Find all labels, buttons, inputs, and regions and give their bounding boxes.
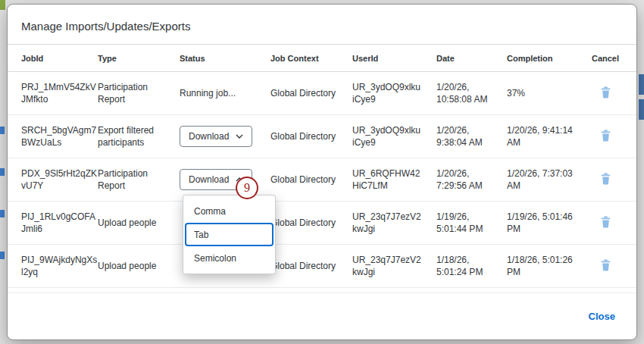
table-row: SRCH_5bgVAgm7 BWzUaLs Export filtered pa…	[8, 115, 636, 158]
background-page-fragment	[0, 127, 5, 134]
job-context-cell: Global Directory	[270, 260, 352, 272]
column-header-completion: Completion	[507, 54, 588, 63]
column-header-cancel: Cancel	[588, 54, 623, 63]
completion-cell: 1/19/26, 5:01:46 PM	[507, 211, 588, 235]
userid-cell: UR_3ydOQ9xlku iCye9	[352, 81, 436, 105]
dialog-title: Manage Imports/Updates/Exports	[21, 20, 623, 33]
userid-cell: UR_23q7J7ezV2 kwJgi	[352, 211, 436, 235]
userid-cell: UR_23q7J7ezV2 kwJgi	[352, 254, 436, 278]
cancel-job-button[interactable]	[599, 85, 613, 100]
menu-item-comma[interactable]: Comma	[185, 199, 274, 223]
download-format-menu: Comma Tab Semicolon	[183, 195, 276, 274]
type-cell: Participation Report	[98, 81, 180, 105]
jobid-cell: PIJ_1RLv0gCOFA Jmli6	[21, 211, 98, 235]
close-button[interactable]: Close	[581, 306, 623, 327]
menu-item-semicolon[interactable]: Semicolon	[185, 246, 274, 270]
background-page-fragment	[0, 252, 5, 259]
trash-icon	[600, 130, 611, 142]
background-page-fragment	[0, 0, 5, 10]
job-context-cell: Global Directory	[270, 174, 352, 186]
table-row: PRJ_1MmV54ZkV JMfkto Participation Repor…	[8, 72, 636, 115]
column-header-userid: UserId	[352, 54, 436, 63]
table-header-row: JobId Type Status Job Context UserId Dat…	[8, 45, 636, 72]
column-header-type: Type	[98, 54, 180, 63]
completion-cell: 37%	[507, 87, 588, 99]
userid-cell: UR_6RQFHW42 HiC7LfM	[352, 167, 436, 192]
job-context-cell: Global Directory	[270, 217, 352, 229]
jobid-cell: PRJ_1MmV54ZkV JMfkto	[21, 81, 98, 105]
table-row: PDX_9Sl5rHt2qZK vU7Y Participation Repor…	[8, 158, 636, 202]
column-header-jobid: JobId	[21, 54, 98, 63]
trash-icon	[600, 259, 611, 271]
jobid-cell: PIJ_9WAjkdyNgXs l2yq	[21, 254, 98, 278]
dialog-header: Manage Imports/Updates/Exports	[8, 5, 636, 45]
download-button-label: Download	[189, 174, 229, 185]
cancel-job-button[interactable]	[599, 214, 613, 230]
completion-cell: 1/20/26, 7:37:03 AM	[507, 167, 588, 192]
type-cell: Export filtered participants	[98, 124, 180, 149]
date-cell: 1/20/26, 9:38:04 AM	[436, 124, 507, 149]
background-page-fragment	[639, 99, 644, 120]
trash-icon	[600, 173, 611, 185]
type-cell: Participation Report	[98, 167, 180, 192]
download-button[interactable]: Download	[180, 126, 252, 147]
date-cell: 1/20/26, 7:29:56 AM	[436, 167, 507, 192]
status-cell: Download	[180, 126, 270, 147]
download-button-label: Download	[189, 131, 229, 142]
job-context-cell: Global Directory	[270, 130, 352, 142]
date-cell: 1/19/26, 5:01:44 PM	[436, 211, 507, 235]
background-page-fragment	[0, 168, 5, 176]
background-page-fragment	[639, 74, 644, 95]
table-row: PIJ_1RLv0gCOFA Jmli6 Upload people Globa…	[8, 202, 636, 245]
table-row: PIJ_9WAjkdyNgXs l2yq Upload people Globa…	[8, 245, 636, 288]
menu-item-tab[interactable]: Tab	[185, 223, 274, 246]
date-cell: 1/18/26, 5:01:24 PM	[436, 254, 507, 278]
dialog-footer: Close	[8, 292, 636, 339]
trash-icon	[600, 86, 611, 99]
type-cell: Upload people	[98, 260, 180, 272]
date-cell: 1/20/26, 10:58:08 AM	[436, 81, 507, 105]
cancel-job-button[interactable]	[599, 258, 613, 273]
type-cell: Upload people	[98, 217, 180, 229]
chevron-down-icon	[236, 134, 243, 139]
column-header-job-context: Job Context	[270, 54, 352, 63]
completion-cell: 1/18/26, 5:01:26 PM	[507, 254, 588, 278]
column-header-date: Date	[436, 54, 507, 63]
jobid-cell: PDX_9Sl5rHt2qZK vU7Y	[21, 167, 98, 192]
manage-imports-dialog: Manage Imports/Updates/Exports JobId Typ…	[7, 4, 637, 340]
cancel-job-button[interactable]	[599, 171, 613, 186]
job-context-cell: Global Directory	[270, 87, 352, 99]
annotation-badge: 9	[236, 177, 258, 199]
jobid-cell: SRCH_5bgVAgm7 BWzUaLs	[21, 124, 98, 149]
completion-cell: 1/20/26, 9:41:14 AM	[507, 124, 588, 149]
column-header-status: Status	[180, 54, 270, 63]
cancel-job-button[interactable]	[599, 128, 613, 143]
status-cell: Running job...	[180, 87, 270, 99]
trash-icon	[600, 216, 611, 228]
background-page-fragment	[0, 210, 5, 217]
userid-cell: UR_3ydOQ9xlku iCye9	[352, 124, 436, 149]
